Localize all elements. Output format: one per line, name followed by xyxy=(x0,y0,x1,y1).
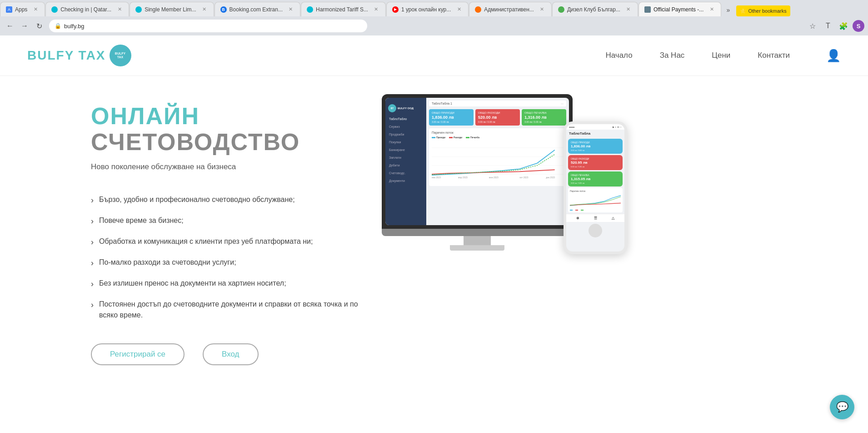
phone-card-revenue-value: 1,836.00 лв xyxy=(571,144,620,148)
phone-card-profit-sub: 3.00 лв / 3.05 лв xyxy=(571,182,620,184)
profile-button[interactable]: S xyxy=(853,20,864,32)
monitor-base xyxy=(450,245,504,251)
logo-text-teal: TAX xyxy=(79,48,106,62)
tab-booking[interactable]: B Booking.com Extran... ✕ xyxy=(215,2,300,16)
logo-text-gray: BULFY xyxy=(27,48,74,62)
tab-youtube-close[interactable]: ✕ xyxy=(455,6,463,13)
tab-harmonized-close[interactable]: ✕ xyxy=(373,6,380,13)
monitor-stand xyxy=(464,236,491,245)
nav-prices[interactable]: Цени xyxy=(712,51,730,60)
tab-diesel-label: Дизел Клуб Българ... xyxy=(567,6,620,13)
card-revenue-sub: 3.00 лв / 0.00 лв xyxy=(432,121,471,123)
harmonized-favicon xyxy=(307,6,313,13)
lock-icon: 🔒 xyxy=(55,23,61,29)
sidebar-item-8: Документи xyxy=(385,177,426,185)
bookmarks-icon: ⭐ xyxy=(740,8,746,14)
extensions-button[interactable]: 🧩 xyxy=(837,20,850,32)
sidebar-logo: BT BULFY ООД xyxy=(385,101,426,115)
phone-card-expenses-sub: 0.00 лв / 5.95 лв xyxy=(571,166,620,168)
tab-official[interactable]: Official Payments -... ✕ xyxy=(639,2,721,16)
tab-diesel[interactable]: Дизел Клуб Българ... ✕ xyxy=(552,2,638,16)
tab-diesel-close[interactable]: ✕ xyxy=(625,6,632,13)
phone-icons: ▶ + ⊕ ⋯ xyxy=(613,126,622,128)
phone-card-expenses-value: 520.95 лв xyxy=(571,161,620,165)
svg-text:юни 2023: юни 2023 xyxy=(489,176,499,179)
sidebar-item-2: Продажби xyxy=(385,131,426,138)
user-icon[interactable]: 👤 xyxy=(826,49,841,63)
tab-admin-close[interactable]: ✕ xyxy=(539,6,546,13)
chart-title: Паричен поток xyxy=(432,131,564,134)
hero-title-word2: СЧЕТОВОДСТВО xyxy=(91,129,300,155)
phone-nav-icon2: ☰ xyxy=(594,216,597,220)
card-expenses-title: ОБЩО РАЗХОДИ xyxy=(478,111,517,114)
register-button[interactable]: Регистрирай се xyxy=(91,343,185,365)
tab-harmonized[interactable]: Harmonized Tariff S... ✕ xyxy=(301,2,386,16)
monitor-bottom xyxy=(382,229,573,251)
tab-youtube[interactable]: ▶ 1 урок онлайн кур... ✕ xyxy=(386,2,469,16)
phone-card-expenses-title: ОБЩО РАЗХОДИ xyxy=(571,157,620,160)
site-header: BULFY TAX BULFYTAX Начало За Нас Цени Ко… xyxy=(0,35,868,76)
phone-card-revenue-sub: 3.00 лв / 9.00 лв xyxy=(571,149,620,151)
phone-chart-title: Паричен поток xyxy=(570,190,621,192)
monitor-tab-title: ТаблоТабла 1 xyxy=(432,102,452,105)
reload-button[interactable]: ↻ xyxy=(33,20,45,32)
star-button[interactable]: ☆ xyxy=(806,20,819,32)
phone-card-revenue-title: ОБЩО ПРИХОДИ xyxy=(571,141,620,144)
sidebar-item-1: Сервиз xyxy=(385,123,426,131)
translate-button[interactable]: T xyxy=(822,20,834,32)
tab-checking[interactable]: Checking in | Qatar... ✕ xyxy=(45,2,129,16)
apps-favicon: A xyxy=(6,6,12,13)
tab-single-close[interactable]: ✕ xyxy=(201,6,208,13)
phone-chart-legend xyxy=(570,210,621,211)
checking-favicon xyxy=(51,6,58,13)
tab-single[interactable]: Single Member Lim... ✕ xyxy=(130,2,214,16)
bookmarks-button[interactable]: ⭐ Other bookmarks xyxy=(736,5,790,16)
list-item: Постоянен достъп до счетоводните докумен… xyxy=(91,299,364,321)
nav-home[interactable]: Начало xyxy=(605,51,632,60)
login-button[interactable]: Вход xyxy=(203,343,258,365)
website: BULFY TAX BULFYTAX Начало За Нас Цени Ко… xyxy=(0,35,868,433)
site-nav: Начало За Нас Цени Контакти 👤 xyxy=(605,49,841,63)
more-tabs-button[interactable]: » xyxy=(722,4,734,16)
phone-mockup: ●●●● ▶ + ⊕ ⋯ ТаблоТабла ОБЩО ПРИХОДИ 1,8… xyxy=(564,121,627,254)
phone-topbar: ●●●● ▶ + ⊕ ⋯ xyxy=(566,124,624,130)
nav-about[interactable]: За Нас xyxy=(660,51,685,60)
tab-official-close[interactable]: ✕ xyxy=(708,6,715,13)
card-expenses-sub: 0.00 лв / 0.00 лв xyxy=(478,121,517,123)
hero-section: ОНЛАЙН СЧЕТОВОДСТВО Ново поколение обслу… xyxy=(0,76,868,383)
tab-single-label: Single Member Lim... xyxy=(145,6,196,13)
hero-image: BT BULFY ООД ТаблоТабло Сервиз Продажби … xyxy=(382,94,600,247)
tab-apps-close[interactable]: ✕ xyxy=(32,6,39,13)
tab-apps-label: Apps xyxy=(15,6,27,13)
hero-title-word1: ОНЛАЙН xyxy=(91,103,200,129)
cta-buttons: Регистрирай се Вход xyxy=(91,343,364,365)
tab-apps[interactable]: A Apps ✕ xyxy=(0,2,45,16)
hero-content: ОНЛАЙН СЧЕТОВОДСТВО Ново поколение обслу… xyxy=(91,103,364,365)
phone-nav-icon3: △ xyxy=(612,216,614,220)
chat-button[interactable]: 💬 xyxy=(830,395,854,419)
tab-harmonized-label: Harmonized Tariff S... xyxy=(316,6,368,13)
tab-admin[interactable]: Административен... ✕ xyxy=(469,2,552,16)
list-item: Бързо, удобно и професионално счетоводно… xyxy=(91,194,364,205)
svg-text:мар 2023: мар 2023 xyxy=(458,176,468,179)
sidebar-item-7: Счетоводс. xyxy=(385,169,426,177)
svg-text:янв 2023: янв 2023 xyxy=(432,176,441,179)
back-button[interactable]: ← xyxy=(4,20,16,32)
tab-checking-close[interactable]: ✕ xyxy=(116,6,123,13)
monitor-sidebar: BT BULFY ООД ТаблоТабло Сервиз Продажби … xyxy=(385,98,426,225)
monitor: BT BULFY ООД ТаблоТабло Сервиз Продажби … xyxy=(382,94,573,229)
tab-booking-close[interactable]: ✕ xyxy=(287,6,294,13)
phone-screen: ●●●● ▶ + ⊕ ⋯ ТаблоТабла ОБЩО ПРИХОДИ 1,8… xyxy=(566,124,624,252)
tabs-bar: A Apps ✕ Checking in | Qatar... ✕ Single… xyxy=(0,0,868,16)
nav-buttons: ← → ↻ xyxy=(4,20,45,32)
list-item: Без излишен пренос на документи на харти… xyxy=(91,278,364,289)
address-bar[interactable]: 🔒 bulfy.bg xyxy=(49,20,367,32)
forward-button[interactable]: → xyxy=(18,20,31,32)
tab-youtube-label: 1 урок онлайн кур... xyxy=(401,6,451,13)
nav-contacts[interactable]: Контакти xyxy=(758,51,790,60)
browser-chrome: A Apps ✕ Checking in | Qatar... ✕ Single… xyxy=(0,0,868,35)
url-text: bulfy.bg xyxy=(64,23,85,30)
svg-text:окт 2023: окт 2023 xyxy=(519,176,528,179)
booking-favicon: B xyxy=(220,6,227,13)
logo-icon: BULFYTAX xyxy=(110,45,131,66)
